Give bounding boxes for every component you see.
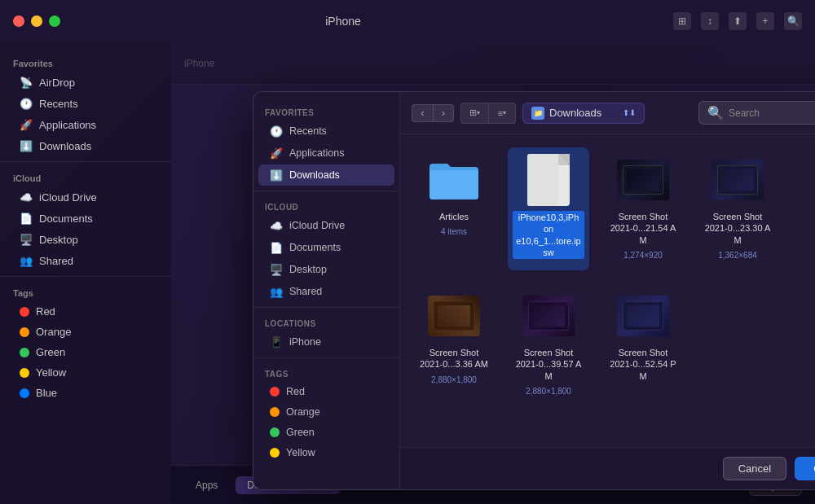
dialog-sidebar-label: Documents xyxy=(289,242,341,253)
file-name: Screen Shot2021-0...52.54 PM xyxy=(607,347,679,382)
sidebar-item-tag-orange[interactable]: Orange xyxy=(7,322,165,342)
file-item-ipsw[interactable]: iPhone10,3,iPhone10,6_1...tore.ipsw xyxy=(508,147,589,270)
sidebar-item-applications[interactable]: 🚀 Applications xyxy=(7,114,165,135)
forward-button[interactable]: › xyxy=(433,104,454,122)
dialog-sidebar-documents[interactable]: 📄 Documents xyxy=(258,237,394,258)
dialog-sidebar-tag-red[interactable]: Red xyxy=(258,382,394,401)
file-name: Screen Shot2021-0...3.36 AM xyxy=(420,347,488,370)
tab-apps[interactable]: Apps xyxy=(184,476,229,494)
grid-view-button[interactable]: ⊞ ▾ xyxy=(460,103,488,124)
file-item-ss3[interactable]: Screen Shot2021-0...3.36 AM 2,880×1,800 xyxy=(413,283,495,403)
location-dropdown[interactable]: 📁 Downloads ⬆⬇ xyxy=(522,103,645,124)
dialog-recents-icon: 🕐 xyxy=(270,125,283,138)
file-item-ss1[interactable]: Screen Shot2021-0...21.54 AM 1,274×920 xyxy=(602,147,684,270)
tag-label: Green xyxy=(36,346,65,358)
file-meta: 2,880×1,800 xyxy=(526,387,571,397)
folder-svg xyxy=(430,160,478,199)
dialog-downloads-icon: ⬇️ xyxy=(270,169,283,182)
view-toggle-icon[interactable]: ⊞ xyxy=(673,12,691,30)
icloud-drive-icon: ☁️ xyxy=(20,191,33,204)
recents-icon: 🕐 xyxy=(20,97,33,110)
dialog-row: Favorites 🕐 Recents 🚀 Applications ⬇️ Do… xyxy=(253,92,815,489)
file-item-ss4[interactable]: Screen Shot2021-0...39.57 AM 2,880×1,800 xyxy=(508,283,589,403)
back-button[interactable]: ‹ xyxy=(412,104,433,122)
close-button[interactable] xyxy=(13,15,24,27)
dialog-bottom: Cancel Open xyxy=(400,447,815,489)
sidebar-item-tag-red[interactable]: Red xyxy=(7,301,165,322)
tag-label: Red xyxy=(36,305,55,318)
sidebar-item-recents[interactable]: 🕐 Recents xyxy=(7,93,165,114)
sidebar-item-airdrop[interactable]: 📡 AirDrop xyxy=(7,72,165,93)
ipsw-icon xyxy=(527,154,570,206)
cancel-button[interactable]: Cancel xyxy=(723,457,786,480)
screenshot-icon-3 xyxy=(428,290,480,342)
sidebar-item-tag-yellow[interactable]: Yellow xyxy=(7,362,165,383)
open-button[interactable]: Open xyxy=(795,457,815,480)
file-item-articles[interactable]: Articles 4 items xyxy=(413,147,495,270)
list-chevron-icon: ▾ xyxy=(503,109,506,116)
sidebar-item-label: Documents xyxy=(39,213,93,225)
file-meta: 2,880×1,800 xyxy=(431,375,477,385)
sidebar-item-downloads[interactable]: ⬇️ Downloads xyxy=(7,135,165,156)
sidebar-item-shared[interactable]: 👥 Shared xyxy=(7,250,165,271)
search-box[interactable]: 🔍 xyxy=(698,101,815,125)
dialog-sidebar-shared[interactable]: 👥 Shared xyxy=(258,281,394,302)
minimize-button[interactable] xyxy=(31,15,42,27)
dialog-sidebar-desktop[interactable]: 🖥️ Desktop xyxy=(258,259,394,280)
location-chevron-icon: ⬆⬇ xyxy=(623,108,636,117)
right-area: iPhone Apps Documents & Data Sync Favori… xyxy=(171,42,815,504)
dialog-main: ‹ › ⊞ ▾ xyxy=(400,92,815,489)
yellow-tag-dot xyxy=(20,368,29,378)
search-icon-titlebar[interactable]: 🔍 xyxy=(784,12,802,30)
documents-icon: 📄 xyxy=(20,212,33,225)
airdrop-icon: 📡 xyxy=(20,76,33,89)
sidebar-item-label: Downloads xyxy=(39,140,91,152)
dialog-sidebar-tag-yellow[interactable]: Yellow xyxy=(258,443,394,462)
screenshot-icon-5 xyxy=(617,290,669,342)
sidebar-item-tag-blue[interactable]: Blue xyxy=(7,383,165,403)
dialog-documents-icon: 📄 xyxy=(270,241,283,254)
file-meta: 1,274×920 xyxy=(623,251,663,261)
dialog-sidebar-recents[interactable]: 🕐 Recents xyxy=(258,121,394,142)
dialog-icloud-drive-icon: ☁️ xyxy=(270,219,283,232)
maximize-button[interactable] xyxy=(49,15,60,27)
sidebar-item-desktop[interactable]: 🖥️ Desktop xyxy=(7,229,165,250)
sidebar-item-documents[interactable]: 📄 Documents xyxy=(7,208,165,229)
sidebar-item-tag-green[interactable]: Green xyxy=(7,342,165,362)
file-name: Screen Shot2021-0...23.30 AM xyxy=(702,211,773,246)
dialog-green-tag-dot xyxy=(270,427,280,437)
dialog-sidebar-divider-2 xyxy=(253,307,399,308)
screenshot-thumb-2 xyxy=(711,160,764,200)
dialog-sidebar: Favorites 🕐 Recents 🚀 Applications ⬇️ Do… xyxy=(253,92,400,489)
icloud-section-label: iCloud xyxy=(0,167,171,186)
dialog-tag-label: Green xyxy=(286,427,315,438)
main-sidebar: Favorites 📡 AirDrop 🕐 Recents 🚀 Applicat… xyxy=(0,42,171,504)
sidebar-divider-1 xyxy=(0,161,171,162)
dialog-favorites-label: Favorites xyxy=(253,102,399,120)
add-icon[interactable]: + xyxy=(756,12,774,30)
dialog-sidebar-label: Downloads xyxy=(289,169,340,181)
dialog-sidebar-tag-green[interactable]: Green xyxy=(258,423,394,442)
screenshot-icon-1 xyxy=(617,154,669,206)
files-grid: Articles 4 items xyxy=(400,134,815,447)
dialog-sidebar-iphone[interactable]: 📱 iPhone xyxy=(258,331,394,353)
dialog-tags-label: Tags xyxy=(253,363,399,381)
sidebar-item-icloud-drive[interactable]: ☁️ iCloud Drive xyxy=(7,186,165,208)
sort-icon[interactable]: ↕ xyxy=(701,12,719,30)
dialog-sidebar-downloads[interactable]: ⬇️ Downloads xyxy=(258,164,394,186)
file-name: Screen Shot2021-0...39.57 AM xyxy=(513,347,584,382)
dialog-sidebar-label: Shared xyxy=(289,286,322,297)
share-icon[interactable]: ⬆ xyxy=(729,12,747,30)
file-item-ss5[interactable]: Screen Shot2021-0...52.54 PM xyxy=(602,283,684,403)
dialog-sidebar-icloud-drive[interactable]: ☁️ iCloud Drive xyxy=(258,215,394,236)
search-input[interactable] xyxy=(729,107,815,119)
dialog-sidebar-applications[interactable]: 🚀 Applications xyxy=(258,142,394,164)
list-view-button[interactable]: ≡ ▾ xyxy=(488,103,516,124)
dialog-sidebar-tag-orange[interactable]: Orange xyxy=(258,402,394,422)
dialog-icloud-label: iCloud xyxy=(253,196,399,214)
file-item-ss2[interactable]: Screen Shot2021-0...23.30 AM 1,362×684 xyxy=(697,147,778,270)
orange-tag-dot xyxy=(20,327,29,337)
content-area: Favorites 📡 AirDrop 🕐 Recents 🚀 Applicat… xyxy=(0,42,815,504)
screenshot-thumb-1 xyxy=(617,160,669,200)
shared-icon: 👥 xyxy=(20,254,33,267)
